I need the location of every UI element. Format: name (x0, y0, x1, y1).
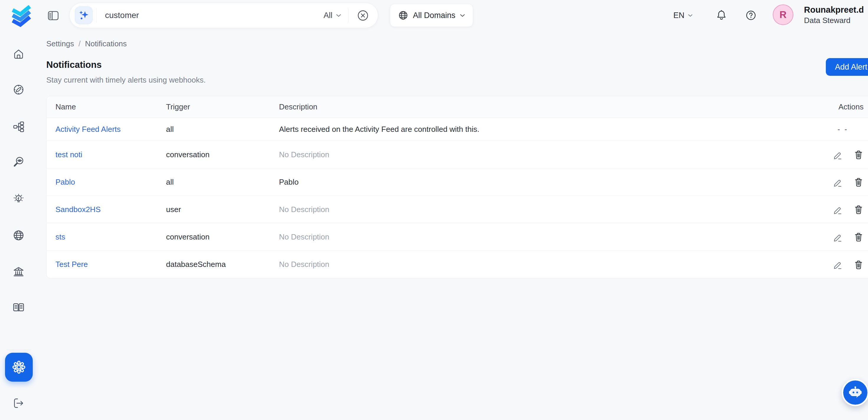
search-filter-label: All (323, 11, 332, 20)
sidebar-item-govern[interactable] (12, 266, 25, 278)
pencil-icon (833, 260, 842, 269)
add-alert-button[interactable]: Add Alert (826, 58, 868, 76)
language-label: EN (673, 11, 685, 20)
edit-button[interactable] (833, 205, 842, 214)
breadcrumb-current[interactable]: Notifications (85, 39, 127, 49)
user-profile-menu[interactable]: R Rounakpreet.d Data Steward (773, 4, 864, 25)
lightbulb-icon (13, 193, 25, 205)
sidebar-item-glossary[interactable] (12, 302, 25, 314)
table-row: Sandbox2HS user No Description (46, 196, 868, 223)
user-meta: Rounakpreet.d Data Steward (804, 4, 864, 25)
alert-trigger: conversation (166, 150, 279, 159)
add-alert-label: Add Alert (835, 63, 867, 72)
alert-name-link[interactable]: Test Pere (56, 260, 88, 269)
alert-name-link[interactable]: test noti (56, 150, 82, 159)
assistant-chat-button[interactable] (842, 379, 868, 406)
language-selector[interactable]: EN (673, 11, 693, 20)
row-actions (804, 204, 868, 214)
logout-icon (13, 397, 25, 409)
table-row: Pablo all Pablo (46, 169, 868, 196)
column-header-name: Name (46, 102, 166, 112)
alert-name-link[interactable]: Pablo (56, 178, 75, 186)
row-actions: - - (804, 125, 868, 134)
sidebar-item-explore[interactable] (13, 84, 25, 96)
app-root: All All Domains EN (0, 0, 868, 420)
sidebar-item-domains[interactable] (12, 229, 25, 242)
global-search-bar: All (69, 3, 378, 28)
column-header-actions: Actions (804, 102, 868, 112)
delete-button[interactable] (854, 232, 864, 242)
pencil-icon (833, 232, 842, 242)
trash-icon (854, 177, 864, 187)
edit-button[interactable] (833, 150, 842, 159)
delete-button[interactable] (854, 260, 864, 270)
alert-description: No Description (279, 233, 804, 242)
sidebar-item-lineage[interactable] (13, 121, 25, 133)
sidebar-item-logout[interactable] (13, 397, 25, 409)
page-subtitle: Stay current with timely alerts using we… (46, 76, 206, 85)
sidebar-item-settings[interactable] (5, 353, 33, 382)
delete-button[interactable] (854, 204, 864, 214)
alert-name-link[interactable]: Sandbox2HS (56, 205, 100, 214)
alert-trigger: databaseSchema (166, 260, 279, 269)
table-row: test noti conversation No Description (46, 141, 868, 169)
trash-icon (854, 232, 864, 242)
breadcrumb: Settings / Notifications (46, 39, 127, 49)
pencil-icon (833, 205, 842, 214)
alert-trigger: conversation (166, 233, 279, 242)
delete-button[interactable] (854, 150, 864, 159)
robot-icon (848, 386, 863, 400)
table-body: Activity Feed Alerts all Alerts received… (46, 118, 868, 278)
trash-icon (854, 150, 864, 159)
row-actions (804, 150, 868, 159)
app-logo[interactable] (11, 3, 32, 28)
alert-description: No Description (279, 260, 804, 269)
sidebar-item-home[interactable] (13, 49, 25, 60)
alert-name-link[interactable]: sts (56, 233, 65, 241)
domains-dropdown-button[interactable]: All Domains (390, 4, 473, 27)
avatar-initial: R (779, 9, 786, 20)
column-header-trigger: Trigger (166, 102, 279, 112)
sidebar-item-insights[interactable] (13, 193, 25, 205)
sidebar-toggle-button[interactable] (48, 11, 59, 21)
sidebar-divider (6, 350, 31, 350)
bank-icon (12, 266, 25, 278)
ai-search-badge[interactable] (75, 6, 93, 24)
edit-button[interactable] (833, 232, 842, 242)
flow-tree-icon (13, 121, 25, 133)
globe-icon (398, 10, 408, 21)
alert-description: No Description (279, 205, 804, 214)
panel-toggle-icon (48, 11, 59, 21)
search-divider (96, 8, 97, 23)
bell-icon (715, 9, 727, 22)
edit-button[interactable] (833, 260, 842, 269)
trash-icon (854, 260, 864, 270)
help-button[interactable] (745, 9, 757, 21)
sparkles-icon (78, 10, 89, 20)
open-book-icon (12, 302, 25, 314)
avatar: R (773, 4, 794, 25)
breadcrumb-settings[interactable]: Settings (46, 39, 74, 49)
domains-dropdown-label: All Domains (413, 11, 455, 20)
alert-trigger: user (166, 205, 279, 214)
user-role: Data Steward (804, 16, 864, 25)
actions-placeholder: - - (837, 125, 848, 134)
search-clear-button[interactable] (356, 9, 370, 22)
alert-name-link[interactable]: Activity Feed Alerts (56, 125, 121, 133)
notifications-table: Name Trigger Description Actions Activit… (46, 96, 868, 278)
question-mark-icon (745, 9, 757, 21)
table-row: Activity Feed Alerts all Alerts received… (46, 118, 868, 141)
search-divider (348, 8, 349, 23)
circle-x-icon (356, 9, 370, 22)
user-name: Rounakpreet.d (804, 4, 864, 16)
delete-button[interactable] (854, 177, 864, 187)
search-filter-dropdown[interactable]: All (323, 11, 341, 20)
search-input[interactable] (105, 11, 323, 20)
magnifier-eye-icon (13, 156, 25, 168)
alert-description: Alerts received on the Activity Feed are… (279, 125, 804, 134)
notifications-bell-button[interactable] (715, 9, 727, 22)
table-header-row: Name Trigger Description Actions (46, 96, 868, 118)
sidebar-item-observability[interactable] (13, 156, 25, 168)
chevron-down-icon (688, 14, 693, 17)
edit-button[interactable] (833, 177, 842, 187)
